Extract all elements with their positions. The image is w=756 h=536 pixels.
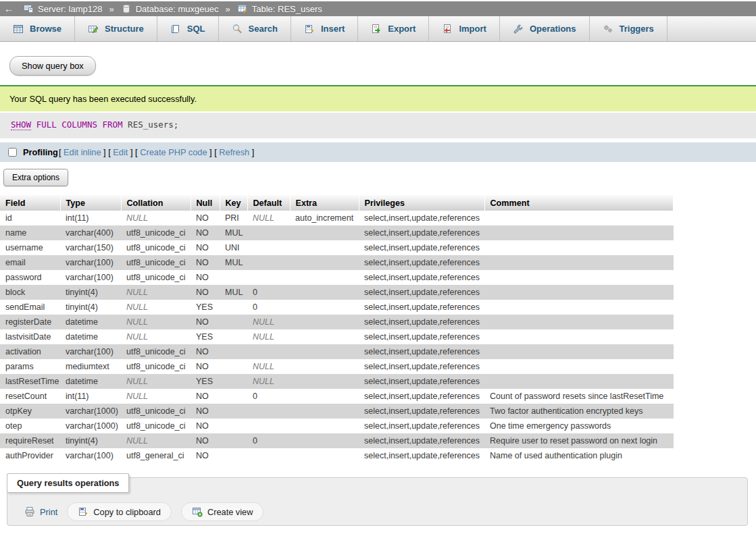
cell-default: NULL [247, 315, 290, 329]
cell-key: MUL [220, 255, 247, 270]
cell-privileges: select,insert,update,references [359, 211, 484, 225]
cell-key: MUL [220, 285, 247, 300]
cell-type: varchar(100) [60, 270, 121, 285]
tab-insert[interactable]: Insert [291, 16, 358, 41]
cell-comment [484, 300, 674, 315]
collapse-nav-arrow-icon[interactable]: ← [4, 3, 22, 14]
create-view-button[interactable]: Create view [181, 502, 264, 521]
profiling-bar: Profiling [ Edit inline ] [ Edit ] [ Cre… [0, 142, 756, 162]
profiling-checkbox[interactable] [8, 148, 17, 157]
cell-default: NULL [247, 329, 290, 344]
cell-extra [290, 404, 359, 419]
edit-link[interactable]: Edit [113, 147, 128, 157]
breadcrumb-bar: ← Server: lamp128»Database: muxgeuec»Tab… [0, 1, 756, 16]
cell-field: name [0, 225, 60, 240]
cell-collation: utf8_unicode_ci [121, 240, 191, 255]
cell-field: password [0, 270, 60, 285]
cell-collation: utf8_unicode_ci [121, 270, 191, 285]
tab-browse[interactable]: Browse [0, 16, 75, 41]
cell-privileges: select,insert,update,references [359, 448, 484, 463]
copy-to-clipboard-button[interactable]: Copy to clipboard [67, 502, 172, 521]
tab-import[interactable]: Import [429, 16, 499, 41]
tab-search[interactable]: Search [219, 16, 291, 41]
cell-null: NO [191, 389, 220, 404]
extra-options-button[interactable]: Extra options [3, 169, 68, 186]
table-row-requireReset: requireResettinyint(4)NULLNO0select,inse… [0, 433, 674, 448]
cell-privileges: select,insert,update,references [359, 240, 484, 255]
tab-sql[interactable]: SQL [157, 16, 219, 41]
cell-type: datetime [60, 315, 121, 329]
cell-type: varchar(1000) [60, 404, 121, 419]
breadcrumb-label[interactable]: Database: muxgeuec [136, 4, 219, 14]
create-php-code-link[interactable]: Create PHP code [140, 147, 207, 157]
print-button[interactable]: Print [24, 506, 57, 517]
triggers-icon [603, 24, 613, 34]
cell-field: registerDate [0, 315, 60, 329]
column-header-type: Type [60, 195, 121, 211]
profiling-links: [ Edit inline ] [ Edit ] [ Create PHP co… [59, 147, 254, 157]
column-header-key: Key [220, 195, 247, 211]
sql-token-keyword[interactable]: SHOW [11, 119, 31, 130]
cell-default: NULL [247, 211, 290, 225]
breadcrumb-label[interactable]: Server: lamp128 [38, 4, 102, 14]
tab-triggers[interactable]: Triggers [590, 16, 667, 41]
tab-operations[interactable]: Operations [500, 16, 590, 41]
cell-null: NO [191, 240, 220, 255]
cell-collation: utf8_unicode_ci [121, 344, 191, 359]
tab-export[interactable]: Export [358, 16, 429, 41]
column-header-extra: Extra [290, 195, 359, 211]
cell-default [247, 225, 290, 240]
cell-field: email [0, 255, 60, 270]
structure-icon [88, 24, 99, 34]
cell-key [220, 448, 247, 463]
cell-key: PRI [220, 211, 247, 225]
cell-extra [290, 433, 359, 448]
column-header-default: Default [247, 195, 290, 211]
tab-structure[interactable]: Structure [75, 16, 157, 41]
action-label: Create view [207, 507, 253, 517]
cell-key [220, 404, 247, 419]
cell-extra [290, 315, 359, 329]
cell-extra [290, 344, 359, 359]
breadcrumb-item-server[interactable]: Server: lamp128 [23, 3, 102, 14]
cell-type: mediumtext [60, 359, 121, 374]
cell-type: tinyint(4) [60, 433, 121, 448]
tab-label: Insert [321, 24, 345, 34]
column-header-null: Null [191, 195, 220, 211]
show-query-box-button[interactable]: Show query box [9, 56, 96, 76]
cell-type: varchar(100) [60, 448, 121, 463]
tab-label: Operations [530, 24, 576, 34]
cell-field: otpKey [0, 404, 60, 419]
cell-comment [484, 374, 674, 389]
cell-key: MUL [220, 225, 247, 240]
cell-default [247, 404, 290, 419]
cell-default: 0 [247, 300, 290, 315]
cell-null: NO [191, 211, 220, 225]
cell-type: varchar(100) [60, 344, 121, 359]
tab-label: Search [249, 24, 278, 34]
breadcrumb-item-table[interactable]: Table: RES_users [237, 3, 322, 14]
cell-null: NO [191, 285, 220, 300]
cell-collation: utf8_unicode_ci [121, 404, 191, 419]
cell-null: NO [191, 270, 220, 285]
cell-null: NO [191, 344, 220, 359]
table-row-name: namevarchar(400)utf8_unicode_ciNOMULsele… [0, 225, 674, 240]
edit-inline-link[interactable]: Edit inline [64, 147, 101, 157]
breadcrumb-item-database[interactable]: Database: muxgeuec [121, 3, 219, 14]
cell-extra [290, 374, 359, 389]
table-row-registerDate: registerDatedatetimeNULLNONULLselect,ins… [0, 315, 674, 329]
cell-type: varchar(1000) [60, 419, 121, 433]
query-results-operations-panel: Query results operations PrintCopy to cl… [7, 477, 748, 526]
sql-token-punctuation: ; [174, 119, 179, 130]
refresh-link[interactable]: Refresh [219, 147, 249, 157]
column-header-comment: Comment [484, 195, 674, 211]
printer-icon [24, 506, 35, 517]
panel-legend: Query results operations [7, 473, 129, 493]
export-icon [371, 24, 382, 34]
cell-type: varchar(400) [60, 225, 121, 240]
cell-default [247, 448, 290, 463]
breadcrumb-label[interactable]: Table: RES_users [252, 4, 322, 14]
cell-key [220, 270, 247, 285]
breadcrumb: Server: lamp128»Database: muxgeuec»Table… [22, 3, 324, 14]
cell-comment [484, 344, 674, 359]
